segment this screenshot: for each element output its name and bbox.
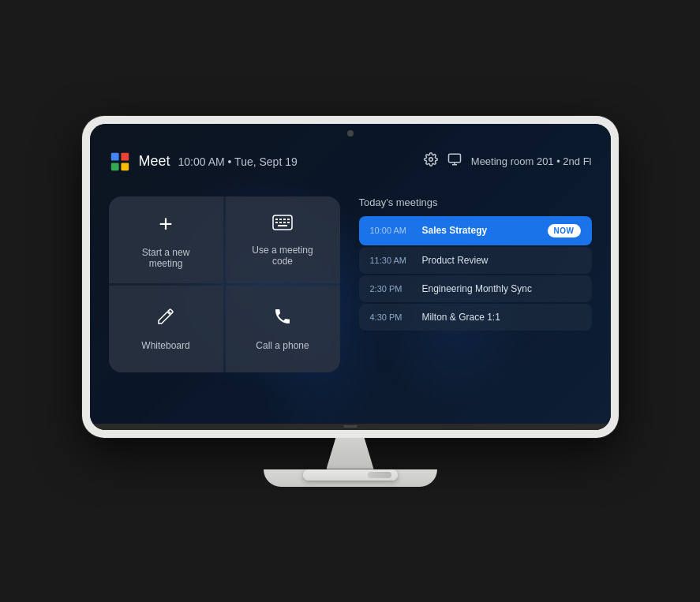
meet-logo (109, 151, 131, 173)
svg-rect-13 (283, 222, 286, 223)
svg-rect-5 (448, 154, 460, 163)
monitor: Meet 10:00 AM • Tue, Sept 19 (82, 116, 619, 438)
monitor-inner: Meet 10:00 AM • Tue, Sept 19 (90, 124, 611, 430)
svg-rect-8 (279, 219, 282, 220)
meeting-code-label: Use a meeting code (245, 245, 321, 267)
call-phone-label: Call a phone (256, 340, 309, 351)
svg-rect-15 (278, 225, 287, 226)
now-badge: NOW (548, 224, 581, 237)
whiteboard-tile[interactable]: Whiteboard (109, 286, 223, 372)
camera-dot (347, 130, 354, 136)
whiteboard-label: Whiteboard (141, 340, 189, 351)
svg-rect-12 (279, 222, 282, 223)
top-bar-right: Meeting room 201 • 2nd Fl (424, 152, 592, 170)
screen: Meet 10:00 AM • Tue, Sept 19 (90, 124, 611, 424)
keyboard-icon (272, 213, 293, 235)
meeting-name-2: Product Review (422, 255, 581, 266)
meeting-time-3: 2:30 PM (370, 284, 411, 294)
top-bar-left: Meet 10:00 AM • Tue, Sept 19 (109, 151, 298, 173)
meeting-name-3: Engineering Monthly Sync (422, 283, 581, 294)
meeting-item-2[interactable]: 11:30 AM Product Review (359, 247, 592, 274)
main-content: + Start a new meeting (90, 181, 611, 391)
cast-icon[interactable] (447, 152, 462, 170)
meeting-item-3[interactable]: 2:30 PM Engineering Monthly Sync (359, 275, 592, 302)
svg-point-4 (429, 158, 433, 162)
svg-rect-10 (287, 219, 290, 220)
svg-rect-0 (110, 152, 118, 160)
svg-rect-14 (287, 222, 290, 223)
plus-icon: + (159, 211, 173, 237)
whiteboard-icon (156, 307, 175, 331)
svg-rect-1 (121, 152, 129, 160)
meeting-time-1: 10:00 AM (370, 226, 411, 235)
meeting-time-2: 11:30 AM (370, 256, 411, 265)
meeting-code-tile[interactable]: Use a meeting code (226, 196, 340, 283)
monitor-button (343, 425, 357, 428)
svg-rect-7 (275, 219, 278, 220)
monitor-bottom-bar (90, 424, 611, 430)
svg-rect-2 (110, 163, 118, 170)
stand-base (264, 469, 437, 487)
svg-rect-11 (275, 222, 278, 223)
meeting-item-4[interactable]: 4:30 PM Milton & Grace 1:1 (359, 304, 592, 331)
meeting-name-1: Sales Strategy (422, 225, 537, 236)
svg-rect-3 (121, 163, 129, 170)
action-grid: + Start a new meeting (109, 196, 340, 372)
meetings-panel: Today's meetings 10:00 AM Sales Strategy… (359, 196, 592, 372)
settings-icon[interactable] (424, 152, 438, 170)
phone-icon (273, 307, 292, 331)
call-phone-tile[interactable]: Call a phone (226, 286, 340, 372)
meeting-item-1[interactable]: 10:00 AM Sales Strategy NOW (359, 216, 592, 245)
device-wrapper: Meet 10:00 AM • Tue, Sept 19 (82, 116, 619, 487)
room-info: Meeting room 201 • 2nd Fl (471, 155, 592, 167)
svg-rect-9 (283, 219, 286, 220)
new-meeting-label: Start a new meeting (128, 247, 204, 269)
stand-puck (303, 469, 398, 480)
meetings-title: Today's meetings (359, 196, 592, 208)
datetime: 10:00 AM • Tue, Sept 19 (178, 155, 298, 168)
stand-neck (327, 438, 374, 469)
meeting-time-4: 4:30 PM (370, 312, 411, 322)
meeting-name-4: Milton & Grace 1:1 (422, 312, 581, 323)
app-name: Meet (139, 153, 170, 170)
top-bar: Meet 10:00 AM • Tue, Sept 19 (90, 140, 611, 181)
new-meeting-tile[interactable]: + Start a new meeting (109, 196, 223, 283)
